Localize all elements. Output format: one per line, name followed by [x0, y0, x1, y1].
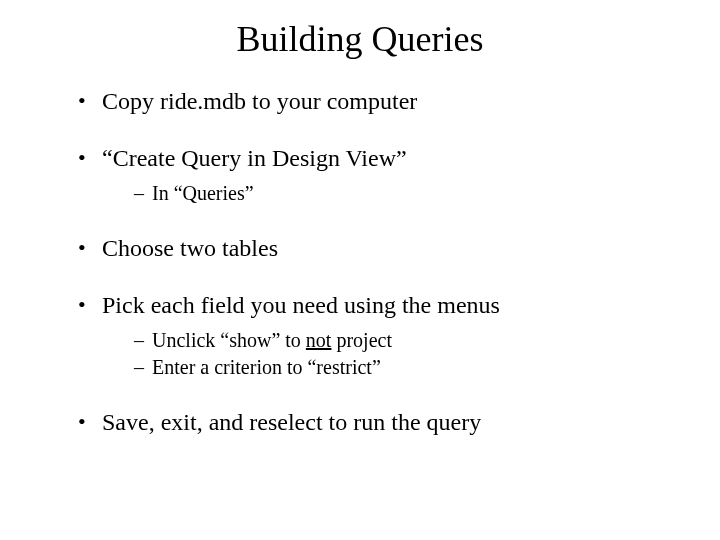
bullet-text: Choose two tables	[102, 235, 278, 261]
list-item: Copy ride.mdb to your computer	[78, 88, 670, 115]
bullet-list: Copy ride.mdb to your computer “Create Q…	[50, 88, 670, 436]
list-item: Choose two tables	[78, 235, 670, 262]
bullet-text: Save, exit, and reselect to run the quer…	[102, 409, 481, 435]
list-item: “Create Query in Design View” In “Querie…	[78, 145, 670, 205]
bullet-text: “Create Query in Design View”	[102, 145, 407, 171]
sub-bullet-text: In “Queries”	[152, 182, 254, 204]
sub-bullet-underlined: not	[306, 329, 332, 351]
bullet-text: Pick each field you need using the menus	[102, 292, 500, 318]
sub-bullet-text: Enter a criterion to “restrict”	[152, 356, 381, 378]
bullet-text: Copy ride.mdb to your computer	[102, 88, 417, 114]
slide-title: Building Queries	[50, 18, 670, 60]
sub-list-item: Unclick “show” to not project	[134, 329, 670, 352]
sub-list-item: Enter a criterion to “restrict”	[134, 356, 670, 379]
sub-list-item: In “Queries”	[134, 182, 670, 205]
sub-bullet-suffix: project	[331, 329, 392, 351]
sub-list: Unclick “show” to not project Enter a cr…	[102, 329, 670, 379]
sub-bullet-prefix: Unclick “show” to	[152, 329, 306, 351]
sub-list: In “Queries”	[102, 182, 670, 205]
list-item: Pick each field you need using the menus…	[78, 292, 670, 379]
list-item: Save, exit, and reselect to run the quer…	[78, 409, 670, 436]
